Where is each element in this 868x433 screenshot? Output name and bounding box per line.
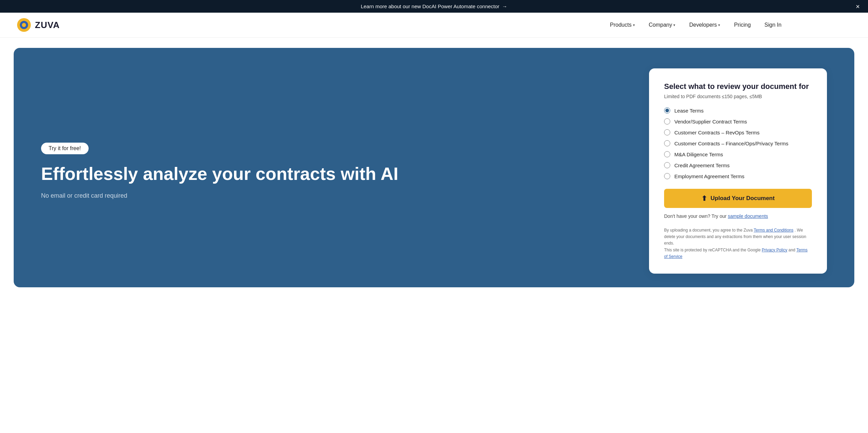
ma-radio[interactable] [664,151,670,157]
upload-icon: ⬆ [701,194,707,202]
vendor-label: Vendor/Supplier Contract Terms [674,119,747,124]
chevron-down-icon: ▾ [718,23,720,27]
customer-finance-label: Customer Contracts – Finance/Ops/Privacy… [674,141,788,146]
legal-text: By uploading a document, you agree to th… [664,227,812,260]
banner-arrow: → [502,3,507,9]
list-item[interactable]: Employment Agreement Terms [664,173,812,179]
list-item[interactable]: Customer Contracts – Finance/Ops/Privacy… [664,140,812,146]
card-subtitle: Limited to PDF documents ≤150 pages, ≤5M… [664,94,812,99]
try-badge: Try it for free! [41,143,89,154]
customer-finance-radio[interactable] [664,140,670,146]
chevron-down-icon: ▾ [673,23,675,27]
svg-point-2 [22,23,26,27]
employment-label: Employment Agreement Terms [674,173,744,179]
logo-link[interactable]: ZUVA [16,17,60,32]
privacy-policy-link[interactable]: Privacy Policy [762,248,787,252]
list-item[interactable]: Lease Terms [664,107,812,114]
hero-section: Try it for free! Effortlessly analyze yo… [14,48,854,287]
chevron-down-icon: ▾ [633,23,635,27]
hero-left: Try it for free! Effortlessly analyze yo… [41,68,629,274]
terms-conditions-link[interactable]: Terms and Conditions [754,228,793,233]
sample-link-text: Don't have your own? Try our sample docu… [664,213,812,219]
announcement-banner: Learn more about our new DocAI Power Aut… [0,0,868,13]
upload-document-button[interactable]: ⬆ Upload Your Document [664,189,812,208]
list-item[interactable]: M&A Diligence Terms [664,151,812,157]
credit-radio[interactable] [664,162,670,168]
card-title: Select what to review your document for [664,82,812,91]
nav-products-button[interactable]: Products ▾ [605,19,640,31]
nav-pricing-link[interactable]: Pricing [728,19,756,31]
nav-signin-link[interactable]: Sign In [759,19,787,31]
ma-label: M&A Diligence Terms [674,152,723,157]
nav-developers-button[interactable]: Developers ▾ [684,19,726,31]
hero-subtitle: No email or credit card required [41,192,629,199]
list-item[interactable]: Vendor/Supplier Contract Terms [664,118,812,124]
list-item[interactable]: Customer Contracts – RevOps Terms [664,129,812,135]
logo-text: ZUVA [35,20,60,30]
banner-close-button[interactable]: × [856,3,860,10]
nav-links: Products ▾ Company ▾ Developers ▾ Pricin… [605,18,852,32]
upload-button-label: Upload Your Document [711,195,775,202]
document-review-card: Select what to review your document for … [649,68,827,274]
lease-radio[interactable] [664,107,670,114]
nav-company-button[interactable]: Company ▾ [643,19,681,31]
hero-title: Effortlessly analyze your contracts with… [41,164,629,184]
sample-documents-link[interactable]: sample documents [728,213,768,219]
lease-label: Lease Terms [674,108,704,114]
nav-signup-button[interactable]: Sign Up For Free [792,18,852,32]
review-options: Lease Terms Vendor/Supplier Contract Ter… [664,107,812,179]
customer-revops-label: Customer Contracts – RevOps Terms [674,130,760,135]
logo-icon [16,17,31,32]
vendor-radio[interactable] [664,118,670,124]
banner-text: Learn more about our new DocAI Power Aut… [361,3,499,9]
list-item[interactable]: Credit Agreement Terms [664,162,812,168]
navbar: ZUVA Products ▾ Company ▾ Developers ▾ P… [0,13,868,38]
credit-label: Credit Agreement Terms [674,162,729,168]
employment-radio[interactable] [664,173,670,179]
customer-revops-radio[interactable] [664,129,670,135]
